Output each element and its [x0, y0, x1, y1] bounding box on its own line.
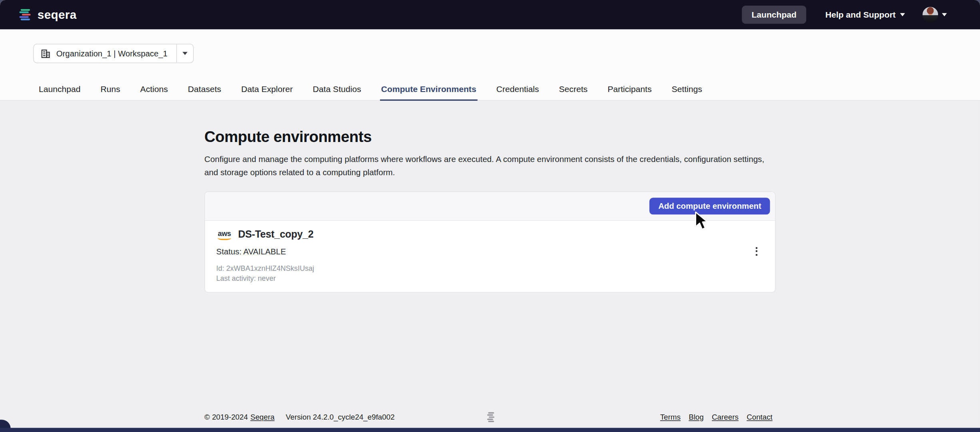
page-title: Compute environments — [204, 128, 775, 146]
organization-icon — [41, 48, 51, 58]
environment-last-activity: Last activity: never — [216, 274, 764, 282]
main-content: Compute environments Configure and manag… — [204, 128, 775, 293]
kebab-dot — [755, 247, 757, 249]
workspace-selector-main[interactable]: Organization_1 | Workspace_1 — [34, 44, 176, 62]
aws-provider-icon: aws — [216, 230, 233, 240]
tab-settings[interactable]: Settings — [670, 84, 703, 100]
page-description: Configure and manage the computing platf… — [204, 153, 773, 180]
chevron-down-icon — [183, 52, 188, 55]
workspace-selector-row: Organization_1 | Workspace_1 — [0, 29, 980, 63]
tab-secrets[interactable]: Secrets — [558, 84, 589, 100]
tab-launchpad[interactable]: Launchpad — [38, 84, 82, 100]
help-and-support-menu[interactable]: Help and Support — [825, 10, 905, 19]
version-text: Version 24.2.0_cycle24_e9fa002 — [286, 413, 394, 422]
kebab-dot — [755, 250, 757, 252]
tab-data-studios[interactable]: Data Studios — [311, 84, 362, 100]
bottom-bar — [0, 428, 980, 432]
mouse-cursor-icon — [694, 212, 711, 232]
workspace-selector-label: Organization_1 | Workspace_1 — [56, 49, 167, 58]
seqera-footer-link[interactable]: Seqera — [250, 413, 275, 422]
sub-header: Organization_1 | Workspace_1 Launchpad R… — [0, 29, 980, 100]
workspace-tabs: Launchpad Runs Actions Datasets Data Exp… — [0, 63, 980, 101]
tab-actions[interactable]: Actions — [139, 84, 169, 100]
tab-runs[interactable]: Runs — [99, 84, 122, 100]
aws-icon-text: aws — [218, 230, 231, 236]
terms-link[interactable]: Terms — [660, 413, 681, 422]
seqera-app-window: seqera Launchpad Help and Support — [0, 0, 980, 432]
contact-link[interactable]: Contact — [747, 413, 773, 422]
compute-environment-row[interactable]: aws DS-Test_copy_2 Status: AVAILABLE Id:… — [205, 221, 775, 292]
user-menu[interactable] — [922, 7, 947, 22]
careers-link[interactable]: Careers — [712, 413, 739, 422]
tab-credentials[interactable]: Credentials — [495, 84, 540, 100]
footer-links: Terms Blog Careers Contact — [660, 413, 773, 422]
help-and-support-label: Help and Support — [825, 10, 896, 19]
copyright-text: © 2019-2024 — [204, 413, 248, 422]
environment-options-menu-button[interactable] — [751, 246, 761, 256]
panel-header: Add compute environment — [205, 192, 775, 221]
workspace-selector-caret-button[interactable] — [176, 44, 193, 62]
environment-id: Id: 2xWBA1xznHlZ4NSksIUsaj — [216, 264, 764, 272]
blog-link[interactable]: Blog — [689, 413, 704, 422]
seqera-logo-icon — [19, 8, 32, 21]
environment-name-row: aws DS-Test_copy_2 — [216, 229, 764, 240]
seqera-logo[interactable]: seqera — [19, 8, 77, 22]
footer: © 2019-2024 Seqera Version 24.2.0_cycle2… — [0, 412, 980, 424]
tab-compute-environments[interactable]: Compute Environments — [380, 84, 477, 101]
workspace-selector[interactable]: Organization_1 | Workspace_1 — [33, 44, 194, 63]
tab-participants[interactable]: Participants — [606, 84, 653, 100]
tab-data-explorer[interactable]: Data Explorer — [240, 84, 294, 100]
environment-status: Status: AVAILABLE — [216, 247, 764, 256]
avatar — [922, 7, 938, 22]
chevron-down-icon — [942, 13, 947, 16]
tab-datasets[interactable]: Datasets — [187, 84, 223, 100]
top-navbar: seqera Launchpad Help and Support — [0, 0, 980, 29]
footer-left: © 2019-2024 Seqera Version 24.2.0_cycle2… — [204, 413, 394, 422]
brand-name: seqera — [38, 8, 77, 22]
chevron-down-icon — [900, 13, 905, 16]
launchpad-nav-button[interactable]: Launchpad — [742, 6, 806, 24]
footer-copyright: © 2019-2024 Seqera — [204, 413, 275, 422]
compute-environments-panel: Add compute environment aws DS-Test_copy… — [204, 191, 775, 292]
environment-name-link[interactable]: DS-Test_copy_2 — [238, 229, 313, 240]
kebab-dot — [755, 254, 757, 256]
seqera-mark-gray-icon — [487, 412, 495, 424]
aws-icon-smile — [217, 236, 231, 240]
